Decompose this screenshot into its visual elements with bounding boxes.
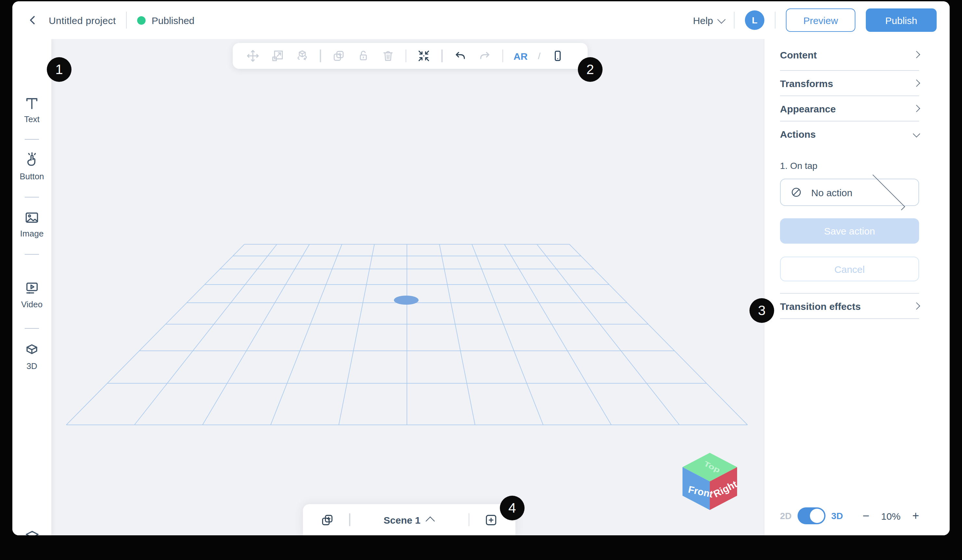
avatar[interactable]: L (745, 10, 764, 30)
section-label: Transition effects (780, 301, 860, 312)
chevron-right-icon (869, 174, 905, 210)
divider (25, 197, 39, 198)
add-scene-button[interactable] (484, 512, 499, 527)
sidebar-item-3d[interactable]: 3D (12, 342, 52, 371)
publish-status: Published (137, 14, 195, 26)
mode-3d-label: 3D (831, 511, 843, 521)
sidebar-item-label: Text (24, 114, 40, 124)
divider (734, 12, 734, 29)
rotate-3d-button[interactable] (295, 49, 309, 63)
scene-name: Scene 1 (384, 514, 420, 525)
redo-button[interactable] (478, 49, 492, 63)
status-dot-icon (137, 16, 146, 24)
publish-button[interactable]: Publish (866, 8, 937, 32)
sidebar-item-text[interactable]: Text (12, 95, 52, 124)
sidebar-item-image[interactable]: Image (12, 209, 52, 238)
duplicate-scene-icon (320, 512, 335, 527)
divider (468, 513, 469, 526)
section-actions[interactable]: Actions (780, 121, 919, 146)
text-icon (23, 95, 40, 112)
lock-button[interactable] (356, 49, 370, 63)
undo-icon (453, 49, 467, 63)
section-transforms[interactable]: Transforms (780, 71, 919, 96)
preview-button[interactable]: Preview (786, 8, 855, 32)
divider (775, 12, 775, 29)
lock-icon (356, 49, 370, 63)
undo-button[interactable] (453, 49, 467, 63)
rotate-3d-icon (295, 49, 309, 63)
view-controls: 2D 3D − 10% + (764, 507, 950, 524)
annotation-badge-1: 1 (47, 57, 71, 82)
divider (25, 139, 39, 140)
properties-panel: Content Transforms Appearance Actions 1.… (764, 39, 950, 535)
divider (126, 12, 127, 29)
delete-button[interactable] (381, 49, 395, 63)
sidebar-item-button[interactable]: Button (12, 151, 52, 181)
divider (441, 49, 442, 62)
action-selector[interactable]: No action (780, 179, 919, 206)
top-bar-left: Untitled project Published (12, 12, 194, 29)
scene-bar: Scene 1 (303, 504, 515, 535)
app-window: Untitled project Published Help L Previe… (12, 1, 950, 535)
section-transition-effects[interactable]: Transition effects (780, 294, 919, 319)
plus-square-icon (484, 512, 499, 527)
help-label: Help (693, 14, 713, 26)
dimension-toggle[interactable] (797, 507, 825, 524)
zoom-level: 10% (881, 510, 901, 521)
cancel-button[interactable]: Cancel (780, 257, 919, 281)
tap-hand-icon (23, 151, 40, 169)
top-bar-right: Help L Preview Publish (693, 8, 950, 32)
help-menu[interactable]: Help (693, 14, 723, 26)
scene-selector[interactable]: Scene 1 (350, 514, 468, 525)
phone-icon (551, 49, 564, 63)
sidebar-item-label: Button (19, 172, 44, 181)
chevron-right-icon (913, 303, 920, 310)
chevron-right-icon (913, 80, 920, 87)
device-preview-button[interactable] (551, 49, 564, 63)
object-toolbar: AR / (233, 43, 588, 69)
zoom-in-button[interactable]: + (912, 510, 919, 522)
sidebar-item-video[interactable]: Video (12, 280, 52, 309)
top-bar: Untitled project Published Help L Previe… (12, 1, 950, 39)
trash-icon (381, 49, 395, 63)
save-action-button[interactable]: Save action (780, 218, 919, 244)
section-label: Actions (780, 128, 816, 139)
ground-grid (52, 39, 764, 535)
chevron-right-icon (913, 105, 920, 113)
back-button[interactable] (27, 14, 38, 26)
chevron-left-icon (27, 14, 38, 26)
annotation-badge-2: 2 (578, 57, 602, 82)
section-label: Content (780, 49, 817, 60)
mode-separator: / (538, 51, 541, 61)
orientation-cube[interactable]: Top Front Right (682, 452, 738, 513)
center-view-button[interactable] (416, 49, 431, 63)
ar-mode-button[interactable]: AR (513, 50, 528, 61)
status-label: Published (152, 14, 195, 26)
resize-button[interactable] (270, 49, 285, 63)
chevron-up-icon (425, 517, 434, 526)
video-icon (23, 280, 40, 297)
center-view-icon (416, 49, 431, 63)
resize-icon (270, 49, 285, 63)
layers-button[interactable] (23, 528, 41, 535)
design-canvas[interactable] (52, 39, 764, 535)
chevron-right-icon (913, 51, 920, 58)
duplicate-icon (331, 49, 345, 63)
mode-2d-label: 2D (780, 511, 792, 521)
divider (405, 49, 406, 62)
zoom-out-button[interactable]: − (862, 510, 869, 522)
project-title[interactable]: Untitled project (49, 14, 116, 26)
redo-icon (478, 49, 492, 63)
sidebar-item-label: Image (20, 229, 44, 238)
duplicate-button[interactable] (331, 49, 345, 63)
annotation-badge-3: 3 (749, 298, 774, 323)
move-button[interactable] (246, 49, 260, 63)
origin-anchor[interactable] (394, 296, 419, 305)
section-content[interactable]: Content (780, 39, 919, 71)
sidebar-item-label: 3D (26, 361, 37, 371)
duplicate-scene-button[interactable] (320, 512, 335, 527)
section-appearance[interactable]: Appearance (780, 96, 919, 121)
tools-sidebar: Text Button Image (12, 39, 52, 535)
divider (25, 328, 39, 329)
chevron-down-icon (913, 130, 920, 138)
